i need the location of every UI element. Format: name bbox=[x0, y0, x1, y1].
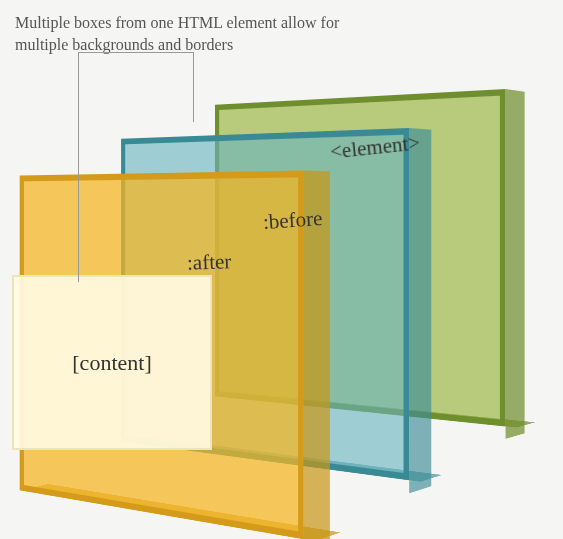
layer-content-label: [content] bbox=[72, 350, 151, 376]
layer-before-label: :before bbox=[262, 206, 323, 235]
leader-line bbox=[193, 52, 194, 122]
layer-before-side bbox=[409, 128, 431, 494]
layer-after-bottom bbox=[20, 484, 341, 539]
layer-element-side bbox=[506, 89, 525, 439]
leader-line bbox=[78, 52, 108, 282]
layer-content: [content] bbox=[12, 275, 212, 450]
leader-line bbox=[78, 52, 193, 53]
layer-after-label: :after bbox=[187, 249, 232, 276]
layer-stage: [content] <element> :before :after bbox=[0, 0, 563, 539]
